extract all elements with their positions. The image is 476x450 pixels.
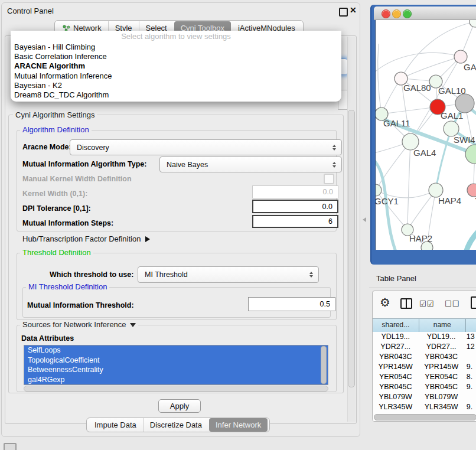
table-row[interactable]: YDL19...YDL19...13 bbox=[373, 332, 476, 342]
table-cell[interactable] bbox=[464, 392, 476, 402]
manual-kernel-label: Manual Kernel Width Definition bbox=[22, 175, 132, 183]
column-header-name[interactable]: name bbox=[419, 319, 466, 332]
table-cell[interactable]: YBL079W bbox=[373, 392, 418, 402]
table-cell[interactable]: YER054C bbox=[418, 372, 464, 382]
close-traffic-light[interactable] bbox=[382, 9, 390, 18]
minimized-panel-icon[interactable] bbox=[4, 443, 17, 450]
mi-type-value: Naive Bayes bbox=[167, 161, 208, 169]
table-cell[interactable]: YPR145W bbox=[418, 362, 464, 372]
mi-threshold-field[interactable]: 0.5 bbox=[248, 297, 335, 311]
column-header-shared-name[interactable]: shared... bbox=[373, 319, 419, 332]
table-cell[interactable]: YBR045C bbox=[418, 382, 464, 392]
aracne-mode-value: Discovery bbox=[77, 144, 109, 152]
close-icon[interactable]: ✕ bbox=[350, 5, 357, 15]
tab-impute-data[interactable]: Impute Data bbox=[88, 418, 143, 432]
table-row[interactable]: YBR043CYBR043C bbox=[373, 352, 476, 362]
hub-definition-toggle[interactable]: Hub/Transcription Factor Definition bbox=[22, 234, 150, 243]
list-scrollbar-thumb[interactable] bbox=[321, 346, 327, 384]
algorithm-option-selected[interactable]: ARACNE Algorithm bbox=[11, 61, 341, 71]
table-row[interactable]: YER054CYER054C8. bbox=[373, 372, 476, 382]
list-item[interactable]: SelfLoops bbox=[24, 345, 328, 356]
list-item[interactable]: TopologicalCoefficient bbox=[24, 356, 328, 366]
table-cell[interactable]: YER054C bbox=[373, 372, 418, 382]
table-row[interactable]: YPR145WYPR145W9. bbox=[373, 362, 476, 372]
node-label: GCY1 bbox=[376, 196, 399, 206]
mi-type-label: Mutual Information Algorithm Type: bbox=[22, 160, 146, 168]
gear-icon[interactable]: ⚙ bbox=[380, 296, 390, 309]
table-cell[interactable]: YDL19... bbox=[418, 332, 464, 342]
table-cell[interactable]: YBL079W bbox=[418, 392, 464, 402]
table-cell[interactable]: YDR27... bbox=[418, 342, 464, 352]
table-cell[interactable] bbox=[464, 352, 476, 362]
tab-discretize-data[interactable]: Discretize Data bbox=[143, 418, 208, 432]
table-row[interactable]: YBL079WYBL079W bbox=[373, 392, 476, 402]
algorithm-definition-legend: Algorithm Definition bbox=[20, 126, 92, 134]
network-edge[interactable] bbox=[465, 227, 476, 250]
algorithm-option[interactable]: Dream8 DC_TDC Algorithm bbox=[11, 90, 341, 100]
algorithm-option[interactable]: Bayesian - Hill Climbing bbox=[11, 43, 341, 52]
network-edge[interactable] bbox=[436, 129, 451, 190]
table-row[interactable]: YDR27...YDR27...12 bbox=[373, 342, 476, 352]
network-edge[interactable] bbox=[401, 57, 461, 79]
table-cell[interactable]: 13 bbox=[464, 332, 476, 342]
table-cell[interactable]: YDL19... bbox=[373, 332, 418, 342]
table-cell[interactable]: YPR145W bbox=[373, 362, 418, 372]
table-cell[interactable]: 8. bbox=[464, 372, 476, 382]
network-node[interactable] bbox=[470, 20, 476, 27]
deselect-all-checkboxes-icon[interactable]: ☐☐ bbox=[445, 299, 459, 308]
table-hscrollbar[interactable] bbox=[374, 414, 476, 420]
select-all-checkboxes-icon[interactable]: ☑☑ bbox=[419, 299, 434, 308]
network-node[interactable] bbox=[454, 50, 467, 63]
node-label: GAL1 bbox=[441, 110, 463, 120]
network-canvas-container: GALGAL80GAL10GAL1GAL11SWI4GAL4GCY1HAP4YH… bbox=[375, 20, 476, 250]
apply-button[interactable]: Apply bbox=[158, 399, 201, 413]
algorithm-option[interactable]: Bayesian - K2 bbox=[11, 81, 341, 90]
application-window: Control Panel ✕ Network Style Select Cyn… bbox=[0, 0, 476, 450]
table-row[interactable]: YLR345WYLR345W9. bbox=[373, 402, 476, 412]
float-window-button[interactable] bbox=[339, 8, 348, 17]
table-cell[interactable]: YLR345W bbox=[418, 402, 464, 412]
table-cell[interactable]: 9. bbox=[464, 382, 476, 392]
which-threshold-select[interactable]: MI Threshold bbox=[138, 266, 319, 283]
dpi-tolerance-field[interactable]: 0.0 bbox=[252, 200, 338, 213]
zoom-traffic-light[interactable] bbox=[403, 9, 412, 18]
network-node[interactable] bbox=[465, 145, 476, 164]
network-node[interactable] bbox=[376, 184, 382, 196]
network-window-titlebar[interactable] bbox=[374, 6, 476, 20]
table-cell[interactable]: YDR27... bbox=[373, 342, 418, 352]
sources-hscrollbar[interactable] bbox=[24, 386, 328, 392]
table-cell[interactable]: YBR043C bbox=[418, 352, 464, 362]
aracne-mode-select[interactable]: Discovery bbox=[70, 139, 342, 155]
network-edge[interactable] bbox=[378, 44, 382, 114]
tab-infer-network[interactable]: Infer Network bbox=[209, 418, 268, 432]
sources-legend[interactable]: Sources for Network Inference bbox=[20, 321, 138, 329]
table-cell[interactable]: YBR043C bbox=[373, 352, 418, 362]
splitter-grip-icon[interactable] bbox=[363, 217, 366, 222]
table-cell[interactable]: YLR345W bbox=[373, 402, 418, 412]
table-cell[interactable]: 9. bbox=[464, 402, 476, 412]
kernel-width-field[interactable]: 0.0 bbox=[252, 185, 338, 198]
table-cell[interactable]: 9. bbox=[464, 362, 476, 372]
export-table-icon[interactable] bbox=[471, 296, 476, 309]
table-cell[interactable]: YBR045C bbox=[373, 382, 418, 392]
data-attributes-label: Data Attributes bbox=[21, 334, 74, 343]
network-edge[interactable] bbox=[376, 142, 410, 190]
manual-kernel-checkbox[interactable] bbox=[324, 174, 334, 184]
table-row[interactable]: YBR045CYBR045C9. bbox=[373, 382, 476, 392]
columns-icon[interactable] bbox=[400, 298, 412, 309]
panel-scrollbar-thumb[interactable] bbox=[348, 110, 355, 387]
mi-type-select[interactable]: Naive Bayes bbox=[159, 156, 342, 172]
column-header-clipped[interactable] bbox=[466, 319, 476, 332]
network-canvas[interactable]: GALGAL80GAL10GAL1GAL11SWI4GAL4GCY1HAP4YH… bbox=[376, 20, 476, 250]
table-cell[interactable]: 12 bbox=[464, 342, 476, 352]
list-item[interactable]: BetweennessCentrality bbox=[24, 365, 328, 375]
network-node[interactable] bbox=[467, 184, 476, 197]
network-edge[interactable] bbox=[407, 142, 410, 224]
algorithm-option[interactable]: Basic Correlation Inference bbox=[11, 52, 341, 61]
list-item[interactable]: gal4RGexp bbox=[24, 375, 328, 385]
data-attributes-list[interactable]: SelfLoops TopologicalCoefficient Between… bbox=[24, 345, 328, 385]
mi-steps-field[interactable]: 6 bbox=[252, 215, 338, 228]
algorithm-option[interactable]: Mutual Information Inference bbox=[11, 71, 341, 81]
sources-legend-label: Sources for Network Inference bbox=[22, 320, 126, 329]
minimize-traffic-light[interactable] bbox=[392, 9, 401, 18]
